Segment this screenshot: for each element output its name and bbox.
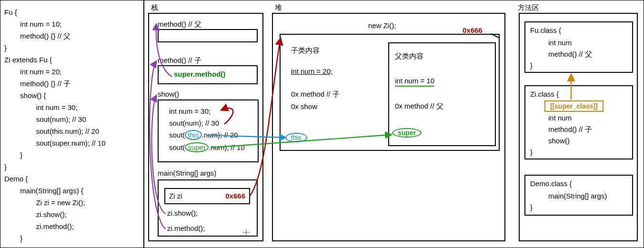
- zi-f1: int num: [548, 114, 572, 122]
- super-pill: super: [392, 128, 422, 138]
- heap-addr: 0x666: [463, 26, 483, 34]
- main-var-name: Zi zi: [169, 192, 182, 200]
- stack-frame-main-label: main(String[] args): [158, 169, 216, 177]
- zi-superclass: [[super_class]]: [544, 100, 604, 112]
- stack-frame-show-label: show(): [158, 90, 179, 98]
- stack-frame-method-zi: super.method(): [158, 65, 258, 84]
- show-line1: int num = 30;: [169, 107, 211, 115]
- heap-child-m1: 0x method // 子: [291, 90, 340, 99]
- stack-frame-method-fu: [158, 29, 258, 42]
- zi-f2: method() // 子: [548, 125, 592, 134]
- code-line: int num = 20;: [4, 68, 61, 76]
- heap-parent-m1: 0x method // 父: [395, 102, 443, 111]
- heap-child-title: 子类内容: [291, 46, 320, 55]
- code-line: show() {: [4, 91, 46, 99]
- code-line: method() {} // 父: [4, 32, 70, 40]
- code-line: main(String[] args) {: [4, 187, 83, 195]
- fu-class-box: Fu.class { int num method() // 父 }: [524, 21, 633, 73]
- demo-f1: main(String[] args): [548, 192, 607, 200]
- code-line: }: [4, 44, 7, 52]
- code-line: sout(super.num); // 10: [4, 139, 106, 147]
- code-line: Demo {: [4, 175, 28, 183]
- methodarea-title: 方法区: [518, 3, 539, 12]
- zi-f3: show(): [548, 137, 570, 145]
- divider: [143, 0, 144, 248]
- code-line: Fu {: [4, 8, 17, 16]
- code-line: sout(this.num); // 20: [4, 127, 99, 135]
- heap-parent-title: 父类内容: [395, 52, 423, 61]
- super-method-call: super.method(): [174, 70, 225, 78]
- code-line: int num = 30;: [4, 103, 78, 111]
- code-line: sout(num); // 30: [4, 115, 86, 123]
- heap-child-num: int num = 20;: [291, 67, 332, 75]
- zi-class-box: Zi.class { [[super_class]] int num metho…: [524, 85, 633, 159]
- main-call2: zi.method();: [167, 224, 205, 232]
- show-line3: sout(this.num); // 20: [169, 131, 238, 139]
- heap-child-m2: 0x show: [291, 102, 317, 110]
- demo-class-box: Demo.class { main(String[] args) }: [524, 175, 633, 216]
- code-line: zi.method();: [4, 222, 74, 230]
- main-call1: zi.show();: [167, 209, 198, 217]
- source-code: Fu { int num = 10; method() {} // 父 } Zi…: [4, 6, 142, 248]
- zi-head: Zi.class {: [530, 90, 559, 98]
- code-line: Zi extends Fu {: [4, 56, 52, 64]
- code-line: int num = 10;: [4, 20, 61, 28]
- show-line4: sout(super.num); // 10: [169, 143, 245, 151]
- diagram-root: Fu { int num = 10; method() {} // 父 } Zi…: [0, 0, 644, 248]
- show-line2: sout(num); // 30: [169, 119, 219, 127]
- heap-newzi: new Zi();: [368, 21, 396, 30]
- fu-head: Fu.class {: [530, 26, 561, 34]
- code-line: }: [4, 151, 22, 159]
- stack-frame-show: int num = 30; sout(num); // 30 sout(this…: [158, 99, 259, 162]
- demo-head: Demo.class {: [530, 179, 572, 188]
- heap-parent-num: int num = 10: [395, 77, 434, 87]
- zi-close: }: [530, 148, 533, 156]
- heap-title: 堆: [275, 3, 282, 12]
- fu-f2: method() // 父: [548, 50, 592, 59]
- code-line: zi.show();: [4, 210, 67, 218]
- stack-frame-method-fu-label: method() // 父: [158, 20, 201, 29]
- stack-frame-method-zi-label: method() // 子: [158, 56, 201, 65]
- code-line: Zi zi = new Zi();: [4, 198, 85, 207]
- demo-close: }: [530, 203, 533, 211]
- code-line: }: [4, 246, 7, 248]
- code-line: method() {} // 子: [4, 79, 70, 88]
- stack-title: 栈: [151, 3, 158, 12]
- code-line: }: [4, 163, 7, 171]
- code-line: }: [4, 234, 22, 242]
- this-pill: this: [285, 133, 307, 142]
- stack-frame-main: Zi zi 0x666 zi.show(); zi.method();: [158, 179, 258, 237]
- main-var-box: Zi zi 0x666: [164, 188, 250, 204]
- main-var-value: 0x666: [225, 192, 245, 200]
- fu-close: }: [530, 61, 533, 69]
- fu-f1: int num: [548, 39, 572, 47]
